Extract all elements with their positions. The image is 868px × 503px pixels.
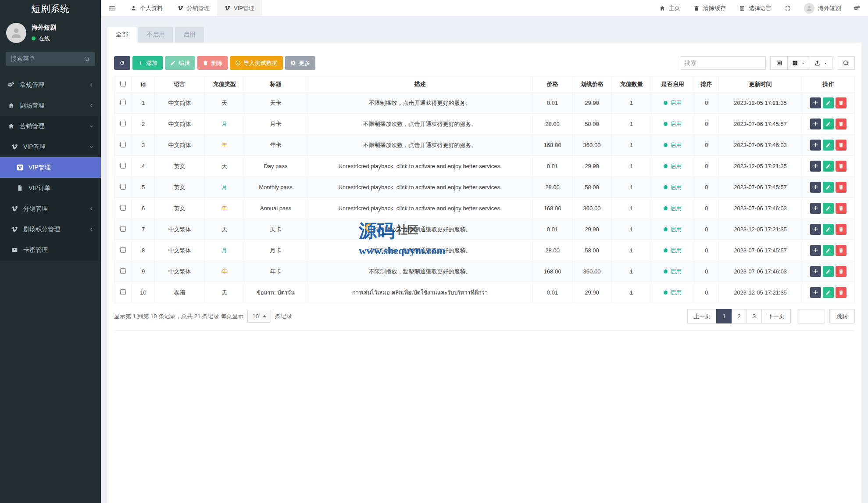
row-checkbox[interactable]: [120, 163, 126, 169]
delete-row-button[interactable]: [836, 161, 847, 172]
page-button-3[interactable]: 3: [747, 309, 762, 323]
column-header[interactable]: Id: [132, 76, 155, 93]
filter-tab-1[interactable]: 不启用: [138, 27, 173, 43]
page-button-2[interactable]: 2: [732, 309, 747, 323]
add-button[interactable]: 添加: [132, 56, 163, 70]
nav-fullscreen-button[interactable]: [785, 5, 791, 11]
filter-tab-2[interactable]: 启用: [175, 27, 204, 43]
status-badge[interactable]: 启用: [664, 120, 682, 128]
move-button[interactable]: [810, 203, 821, 214]
column-header[interactable]: 操作: [802, 76, 855, 93]
move-button[interactable]: [810, 287, 821, 298]
row-checkbox[interactable]: [120, 142, 126, 147]
page-button-1[interactable]: 1: [716, 309, 732, 323]
status-badge[interactable]: 启用: [664, 162, 682, 170]
status-badge[interactable]: 启用: [664, 183, 682, 191]
sidebar-item-card-key[interactable]: 卡密管理: [0, 240, 101, 260]
delete-row-button[interactable]: [836, 203, 847, 214]
status-badge[interactable]: 启用: [664, 205, 682, 212]
move-button[interactable]: [810, 266, 821, 277]
row-checkbox[interactable]: [120, 247, 126, 253]
status-badge[interactable]: 启用: [664, 268, 682, 276]
edit-row-button[interactable]: [823, 287, 834, 298]
nav-tab-vip[interactable]: VIP管理: [217, 0, 262, 16]
edit-row-button[interactable]: [823, 182, 834, 193]
export-button[interactable]: [810, 56, 832, 70]
column-header[interactable]: 充值类型: [205, 76, 244, 93]
table-search-input[interactable]: [680, 56, 766, 70]
edit-row-button[interactable]: [823, 203, 834, 214]
edit-row-button[interactable]: [823, 245, 834, 256]
edit-row-button[interactable]: [823, 97, 834, 108]
row-checkbox[interactable]: [120, 268, 126, 274]
nav-tab-profile[interactable]: 个人资料: [123, 0, 170, 16]
page-button-下一页[interactable]: 下一页: [761, 309, 791, 323]
delete-row-button[interactable]: [836, 287, 847, 298]
sidebar-toggle-button[interactable]: [101, 0, 123, 16]
status-badge[interactable]: 启用: [664, 289, 682, 297]
filter-tab-0[interactable]: 全部: [107, 27, 136, 43]
sidebar-item-vip-group[interactable]: VIP管理: [0, 137, 101, 157]
more-button[interactable]: 更多: [285, 56, 315, 70]
edit-row-button[interactable]: [823, 119, 834, 129]
move-button[interactable]: [810, 182, 821, 193]
edit-row-button[interactable]: [823, 266, 834, 277]
sidebar-item-theater[interactable]: 剧场管理: [0, 95, 101, 116]
delete-row-button[interactable]: [836, 245, 847, 256]
edit-row-button[interactable]: [823, 161, 834, 172]
nav-home-button[interactable]: 主页: [659, 4, 680, 12]
row-checkbox[interactable]: [120, 289, 126, 295]
nav-language-button[interactable]: 选择语言: [739, 4, 772, 12]
jump-button[interactable]: 跳转: [829, 309, 855, 323]
status-badge[interactable]: 启用: [664, 247, 682, 255]
column-header[interactable]: 排序: [694, 76, 719, 93]
search-button[interactable]: [837, 56, 855, 70]
import-test-data-button[interactable]: 导入测试数据: [230, 56, 283, 70]
edit-row-button[interactable]: [823, 224, 834, 235]
move-button[interactable]: [810, 97, 821, 108]
page-size-select[interactable]: 10: [247, 310, 271, 323]
column-header[interactable]: 充值数量: [612, 76, 651, 93]
jump-page-input[interactable]: [797, 309, 825, 323]
row-checkbox[interactable]: [120, 226, 126, 232]
column-header[interactable]: 标题: [244, 76, 307, 93]
edit-row-button[interactable]: [823, 140, 834, 151]
detail-view-button[interactable]: [770, 56, 788, 70]
page-button-上一页[interactable]: 上一页: [687, 309, 717, 323]
column-header[interactable]: 更新时间: [719, 76, 802, 93]
column-header[interactable]: 是否启用: [651, 76, 694, 93]
delete-row-button[interactable]: [836, 266, 847, 277]
sidebar-item-vip-manage[interactable]: VIP管理: [0, 157, 101, 178]
refresh-button[interactable]: [114, 56, 130, 70]
column-header[interactable]: 价格: [533, 76, 572, 93]
move-button[interactable]: [810, 140, 821, 151]
column-header[interactable]: 语言: [155, 76, 205, 93]
row-checkbox[interactable]: [120, 205, 126, 211]
row-checkbox[interactable]: [120, 184, 126, 190]
sidebar-item-theater-points[interactable]: 剧场积分管理: [0, 219, 101, 240]
delete-row-button[interactable]: [836, 97, 847, 108]
status-badge[interactable]: 启用: [664, 99, 682, 107]
move-button[interactable]: [810, 161, 821, 172]
nav-settings-button[interactable]: [854, 5, 860, 11]
select-all-checkbox[interactable]: [120, 81, 126, 86]
nav-tab-distribution[interactable]: 分销管理: [170, 0, 217, 16]
sidebar-item-vip-orders[interactable]: VIP订单: [0, 178, 101, 198]
sidebar-item-distribution[interactable]: 分销管理: [0, 198, 101, 219]
nav-clear-cache-button[interactable]: 清除缓存: [693, 4, 726, 12]
delete-row-button[interactable]: [836, 119, 847, 129]
delete-button[interactable]: 删除: [197, 56, 228, 70]
move-button[interactable]: [810, 245, 821, 256]
move-button[interactable]: [810, 119, 821, 129]
move-button[interactable]: [810, 224, 821, 235]
row-checkbox[interactable]: [120, 121, 126, 126]
delete-row-button[interactable]: [836, 182, 847, 193]
status-badge[interactable]: 启用: [664, 141, 682, 149]
sidebar-item-general[interactable]: 常规管理: [0, 75, 101, 95]
columns-button[interactable]: [787, 56, 810, 70]
column-header[interactable]: 划线价格: [572, 76, 612, 93]
column-header[interactable]: 描述: [307, 76, 533, 93]
delete-row-button[interactable]: [836, 140, 847, 151]
sidebar-item-marketing[interactable]: 营销管理: [0, 116, 101, 137]
edit-button[interactable]: 编辑: [165, 56, 195, 70]
